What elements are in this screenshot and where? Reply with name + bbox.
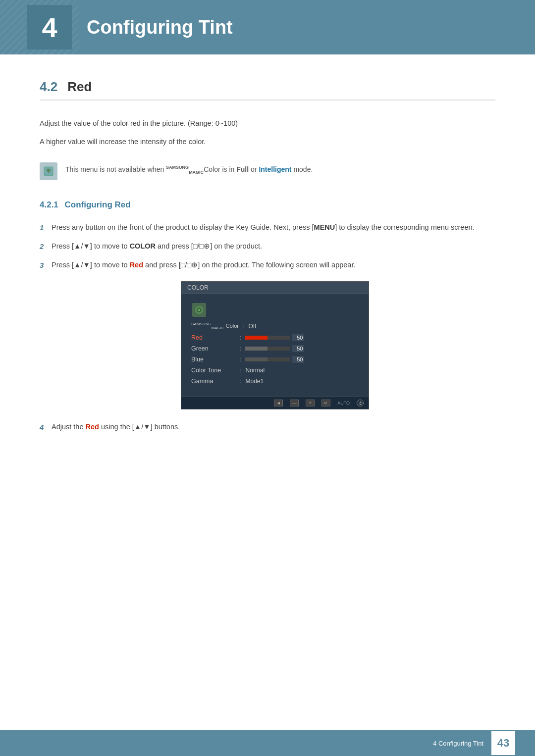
blue-bar-container: 50 [245, 356, 304, 363]
steps-list: 1 Press any button on the front of the p… [40, 222, 495, 271]
monitor-bottom-bar: ◄ — + ↵ AUTO ⏻ [181, 397, 369, 409]
monitor-title-text: COLOR [187, 284, 209, 291]
btn-auto: AUTO [337, 401, 350, 405]
green-bar-fill [245, 347, 268, 351]
menu-key: MENU [314, 223, 335, 231]
btn-enter: ↵ [321, 400, 330, 406]
menu-row-color-tone: Color Tone : Normal [181, 365, 369, 376]
footer-text: 4 Configuring Tint [433, 740, 483, 747]
note-suffix: mode. [292, 165, 313, 173]
footer-page: 43 [491, 731, 515, 755]
note-box: This menu is not available when SAMSUNGM… [40, 157, 495, 185]
menu-row-blue: Blue : 50 [181, 354, 369, 365]
step-2-num: 2 [40, 241, 52, 252]
intelligent-mode: Intelligent [259, 165, 291, 173]
brand-sup: SAMSUNG [166, 165, 189, 170]
chapter-header: 4 Configuring Tint [0, 0, 535, 54]
red-menu-ref: Red [130, 261, 143, 269]
btn-plus: + [306, 400, 315, 406]
step-1-text: Press any button on the front of the pro… [52, 222, 495, 233]
blue-label: Blue [191, 356, 236, 363]
magic-color-value: Off [249, 323, 257, 330]
step-1-num: 1 [40, 222, 52, 234]
monitor-wrapper: COLOR SAMSUNGMAGIC Co [54, 281, 495, 409]
menu-row-gamma: Gamma : Mode1 [181, 376, 369, 387]
magic-color-label: SAMSUNGMAGIC Color [191, 322, 239, 330]
step-3: 3 Press [▲/▼] to move to Red and press [… [40, 259, 495, 271]
note-icon [40, 162, 57, 180]
monitor-content: SAMSUNGMAGIC Color : Off Red : 50 [181, 294, 369, 397]
brand-color: Color is in [204, 165, 236, 173]
section-heading: 4.2 Red [40, 79, 495, 101]
main-content: 4.2 Red Adjust the value of the color re… [0, 54, 535, 483]
brand-sub: MAGIC [189, 170, 204, 175]
btn-power: ⏻ [357, 400, 364, 406]
note-text: This menu is not available when SAMSUNGM… [65, 162, 313, 176]
red-label: Red [191, 334, 236, 341]
menu-row-green: Green : 50 [181, 343, 369, 354]
note-prefix: This menu is not available when [65, 165, 166, 173]
step-2-text: Press [▲/▼] to move to COLOR and press [… [52, 241, 495, 252]
step4-red-ref: Red [86, 423, 99, 431]
gamma-value: Mode1 [245, 378, 264, 385]
green-bar [245, 347, 290, 351]
monitor-title: COLOR [181, 282, 369, 294]
red-value: 50 [292, 334, 304, 341]
subsection-title: Configuring Red [65, 200, 131, 209]
step-3-text: Press [▲/▼] to move to Red and press [□/… [52, 259, 495, 271]
step-3-num: 3 [40, 259, 52, 271]
blue-bar-fill [245, 357, 268, 361]
green-value: 50 [292, 345, 304, 352]
blue-value: 50 [292, 356, 304, 363]
chapter-number-box: 4 [27, 5, 72, 50]
chapter-number: 4 [42, 11, 57, 44]
page-footer: 4 Configuring Tint 43 [0, 730, 535, 756]
menu-row-red: Red : 50 [181, 332, 369, 343]
color-tone-label: Color Tone [191, 367, 236, 374]
step-4-num: 4 [40, 421, 52, 433]
color-tone-value: Normal [245, 367, 265, 374]
menu-row-magic-color: SAMSUNGMAGIC Color : Off [181, 320, 369, 332]
note-or: or [249, 165, 259, 173]
monitor-screen: COLOR SAMSUNGMAGIC Co [181, 281, 369, 409]
description-2: A higher value will increase the intensi… [40, 136, 495, 148]
red-bar [245, 336, 290, 340]
gamma-label: Gamma [191, 378, 236, 385]
step-1: 1 Press any button on the front of the p… [40, 222, 495, 234]
svg-point-4 [198, 309, 200, 311]
green-bar-container: 50 [245, 345, 304, 352]
btn-minus: — [290, 400, 299, 406]
step-2: 2 Press [▲/▼] to move to COLOR and press… [40, 241, 495, 252]
subsection-number: 4.2.1 [40, 200, 58, 209]
color-menu-ref: COLOR [130, 242, 156, 250]
btn-left: ◄ [274, 400, 283, 406]
red-bar-fill [245, 336, 268, 340]
step-4: 4 Adjust the Red using the [▲/▼] buttons… [40, 421, 495, 433]
green-label: Green [191, 345, 236, 352]
subsection-heading: 4.2.1 Configuring Red [40, 200, 495, 210]
blue-bar [245, 357, 290, 361]
red-bar-container: 50 [245, 334, 304, 341]
description-1: Adjust the value of the color red in the… [40, 118, 495, 129]
step-4-text: Adjust the Red using the [▲/▼] buttons. [52, 421, 495, 433]
full-mode: Full [236, 165, 249, 173]
section-number: 4.2 [40, 79, 57, 95]
section-name: Red [67, 79, 92, 95]
chapter-title: Configuring Tint [87, 17, 233, 38]
